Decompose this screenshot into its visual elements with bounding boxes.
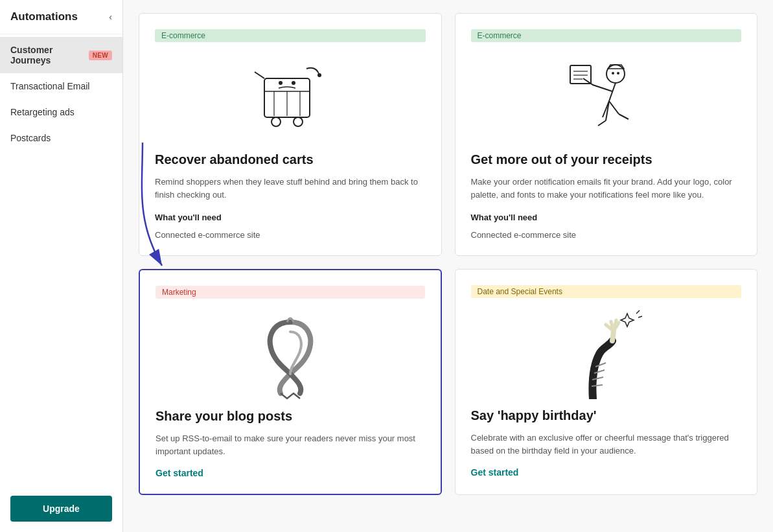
sidebar-item-label: Retargeting ads — [10, 107, 75, 117]
card-description: Make your order notification emails fit … — [471, 176, 742, 201]
svg-line-19 — [638, 316, 642, 318]
card-illustration — [471, 308, 742, 399]
sidebar-item-retargeting-ads[interactable]: Retargeting ads — [0, 99, 122, 125]
card-title: Recover abandoned carts — [155, 151, 426, 168]
new-badge: New — [89, 51, 112, 60]
card-illustration — [471, 52, 742, 143]
svg-point-9 — [292, 81, 295, 85]
sidebar-footer: Upgrade — [0, 485, 122, 532]
sidebar: Automations ‹ Customer JourneysNewTransa… — [0, 0, 123, 532]
card-recover-carts: E-commerce Recover abandoned cartsRemind… — [139, 13, 442, 256]
card-badge: Marketing — [156, 286, 425, 299]
svg-point-3 — [271, 117, 281, 126]
card-cta-link[interactable]: Get started — [156, 468, 425, 478]
svg-point-8 — [279, 81, 283, 85]
card-requirement-value: Connected e-commerce site — [155, 230, 426, 240]
sidebar-item-label: Transactional Email — [10, 81, 89, 91]
sidebar-nav: Customer JourneysNewTransactional EmailR… — [0, 34, 122, 485]
card-description: Set up RSS-to-email to make sure your re… — [156, 432, 425, 457]
main-content: E-commerce Recover abandoned cartsRemind… — [123, 0, 773, 532]
sidebar-item-transactional-email[interactable]: Transactional Email — [0, 73, 122, 99]
card-requirement-label: What you'll need — [471, 213, 742, 222]
card-badge: Date and Special Events — [471, 285, 742, 298]
card-badge: E-commerce — [155, 29, 426, 42]
sidebar-item-label: Postcards — [10, 133, 51, 143]
card-title: Share your blog posts — [156, 408, 425, 424]
svg-line-18 — [636, 310, 640, 314]
svg-point-12 — [612, 72, 614, 75]
upgrade-button[interactable]: Upgrade — [10, 496, 112, 522]
card-requirement-label: What you'll need — [155, 213, 426, 222]
card-requirement-value: Connected e-commerce site — [471, 230, 742, 240]
card-title: Get more out of your receipts — [471, 151, 742, 168]
svg-point-4 — [294, 117, 303, 126]
svg-point-10 — [317, 73, 321, 77]
card-illustration — [155, 52, 426, 143]
sidebar-item-postcards[interactable]: Postcards — [0, 125, 122, 151]
card-title: Say 'happy birthday' — [471, 407, 742, 424]
card-receipts: E-commerce Get more out of your receipts… — [455, 13, 758, 256]
sidebar-title: Automations — [10, 10, 78, 23]
card-birthday: Date and Special Events Say 'happy birth… — [455, 269, 758, 495]
card-blog-posts: Marketing Share your blog postsSet up RS… — [139, 269, 442, 495]
svg-point-11 — [606, 65, 625, 83]
sidebar-header: Automations ‹ — [0, 0, 122, 34]
card-badge: E-commerce — [471, 29, 742, 42]
collapse-icon[interactable]: ‹ — [109, 12, 112, 22]
card-cta-link[interactable]: Get started — [471, 467, 742, 478]
card-illustration — [156, 309, 425, 400]
svg-point-13 — [617, 72, 619, 75]
card-description: Remind shoppers when they leave stuff be… — [155, 176, 426, 201]
card-description: Celebrate with an exclusive offer or che… — [471, 432, 742, 457]
cards-grid: E-commerce Recover abandoned cartsRemind… — [139, 13, 757, 495]
sidebar-item-customer-journeys[interactable]: Customer JourneysNew — [0, 37, 122, 73]
sidebar-item-label: Customer Journeys — [10, 45, 85, 65]
